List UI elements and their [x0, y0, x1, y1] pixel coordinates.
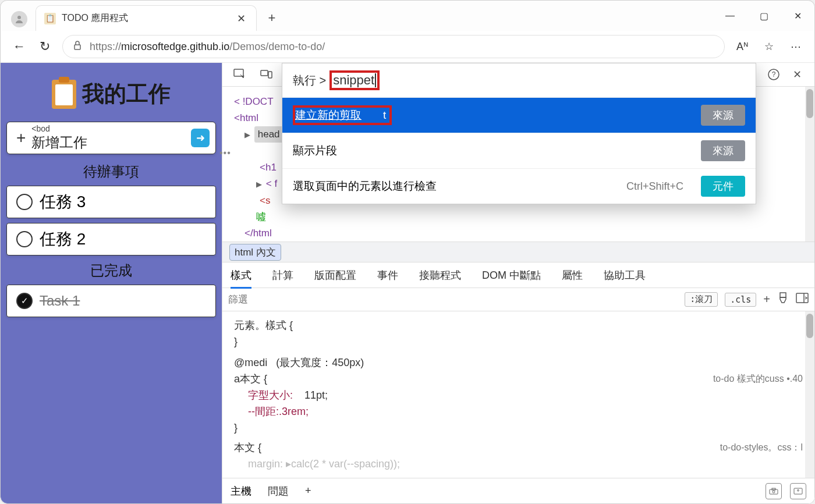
browser-tab[interactable]: TODO 應用程式 ✕ [36, 5, 257, 31]
window-close-button[interactable]: ✕ [781, 4, 814, 27]
help-icon[interactable]: ? [763, 64, 784, 85]
tab-event[interactable]: 事件 [377, 268, 398, 282]
css-source-link[interactable]: to-do 樣式的cuss •.40 [713, 371, 803, 387]
favorite-button[interactable]: ☆ [756, 34, 782, 59]
plus-icon: + [16, 129, 26, 147]
dom-node: <html [234, 112, 258, 123]
new-tab-button[interactable]: + [260, 6, 284, 30]
command-item[interactable]: 顯示片段 來源 [282, 133, 756, 168]
device-icon[interactable] [256, 64, 277, 85]
submit-task-button[interactable]: ➜ [191, 129, 210, 147]
window-controls: — ▢ ✕ [713, 1, 814, 31]
tab-dom-breakpoints[interactable]: DOM 中斷點 [482, 268, 541, 282]
lock-icon [72, 40, 83, 53]
computed-panel-icon[interactable] [796, 293, 809, 306]
command-item[interactable]: 選取頁面中的元素以進行檢查 Ctrl+Shift+C 元件 [282, 168, 756, 204]
dom-breadcrumb[interactable]: html 內文 [222, 242, 814, 262]
inspect-icon[interactable] [229, 64, 250, 85]
drawer-tabs: 主機 問題 + [222, 478, 814, 503]
tab-accessibility[interactable]: 協助工具 [604, 268, 646, 282]
css-scrollbar[interactable] [805, 311, 814, 478]
url-text: https://microsoftedge.github.io/Demos/de… [90, 41, 325, 53]
drawer-add-icon[interactable]: + [305, 485, 311, 497]
person-icon [11, 11, 27, 27]
back-button[interactable]: ← [6, 34, 32, 59]
minimize-button[interactable]: — [713, 4, 747, 27]
svg-text:?: ? [772, 70, 776, 79]
devtools-close-icon[interactable]: ✕ [786, 64, 807, 85]
pending-label: 待辦事項 [6, 162, 216, 181]
command-palette: 執行 > snippet 建立新的剪取 t 來源 顯示片段 來源 選取頁面中的元… [282, 63, 756, 204]
styles-filter-input[interactable] [228, 294, 685, 306]
address-bar[interactable]: https://microsoftedge.github.io/Demos/de… [62, 35, 725, 58]
dom-node: </html [245, 228, 272, 239]
drawer-screenshot-icon[interactable] [766, 483, 782, 499]
drawer-export-icon[interactable] [790, 483, 806, 499]
urlbar-actions: Aᴺ ☆ ⋯ [729, 34, 809, 59]
query-highlight: snippet [329, 70, 380, 90]
drawer-tab-console[interactable]: 主機 [231, 484, 251, 498]
dom-doctype: < !DOCT [234, 96, 274, 107]
content: 我的工作 + <bod 新增工作 ➜ 待辦事項 任務 3 任務 2 已完成 Ta… [1, 63, 814, 503]
svg-rect-2 [234, 69, 243, 76]
todo-header: 我的工作 [6, 69, 216, 122]
styles-filter-row: :滾刀 .cls + [222, 288, 814, 311]
task-label: 任務 2 [40, 228, 86, 250]
maximize-button[interactable]: ▢ [747, 4, 781, 27]
svg-rect-1 [75, 45, 80, 49]
tri-icon[interactable]: ▶ [245, 130, 250, 139]
command-badge: 元件 [701, 176, 745, 197]
styles-tabs: 樣式 計算 版面配置 事件 接聽程式 DOM 中斷點 屬性 協助工具 [222, 262, 814, 288]
titlebar: TODO 應用程式 ✕ + — ▢ ✕ [1, 1, 814, 31]
dom-head[interactable]: head [254, 126, 284, 143]
drawer-tab-issues[interactable]: 問題 [268, 484, 289, 498]
css-pane[interactable]: 元素。樣式 { } @medi (最大寬度：450px) a本文 { to-do… [222, 311, 814, 478]
task-checkbox[interactable] [16, 293, 33, 309]
tab-title: TODO 應用程式 [62, 12, 232, 24]
dom-node: <h1 [260, 162, 277, 173]
svg-point-0 [17, 16, 21, 19]
task-item[interactable]: Task 1 [6, 285, 216, 317]
more-button[interactable]: ⋯ [783, 34, 809, 59]
done-label: 已完成 [6, 261, 216, 280]
profile-button[interactable] [8, 8, 31, 31]
dom-ellipsis-icon[interactable]: ••• [219, 145, 231, 161]
svg-point-14 [773, 491, 775, 493]
task-item[interactable]: 任務 3 [6, 186, 216, 218]
dom-scrollbar[interactable] [805, 87, 814, 242]
cls-toggle[interactable]: .cls [725, 293, 756, 307]
command-query: snippet [333, 73, 374, 88]
task-checkbox[interactable] [16, 231, 33, 247]
command-item[interactable]: 建立新的剪取 t 來源 [282, 97, 756, 133]
command-badge: 來源 [701, 140, 745, 161]
task-checkbox[interactable] [16, 194, 33, 210]
task-label: Task 1 [40, 293, 80, 309]
text-cursor [375, 73, 376, 87]
clipboard-icon [44, 13, 56, 24]
tab-close-button[interactable]: ✕ [232, 9, 250, 28]
css-source-link[interactable]: to-do-styles。css：l [720, 439, 803, 456]
tab-properties[interactable]: 屬性 [562, 268, 583, 282]
add-task-label: 新增工作 [31, 133, 191, 152]
todo-title: 我的工作 [82, 79, 171, 109]
tab-computed[interactable]: 計算 [272, 268, 293, 282]
todo-app: 我的工作 + <bod 新增工作 ➜ 待辦事項 任務 3 任務 2 已完成 Ta… [1, 63, 222, 503]
tab-listeners[interactable]: 接聽程式 [419, 268, 461, 282]
task-item[interactable]: 任務 2 [6, 223, 216, 255]
tri-icon[interactable]: ▶ [256, 180, 262, 189]
command-shortcut: Ctrl+Shift+C [626, 180, 683, 193]
dom-comment: 噓 [234, 209, 814, 225]
read-aloud-button[interactable]: Aᴺ [729, 34, 755, 59]
hov-toggle[interactable]: :滾刀 [685, 292, 718, 307]
brush-icon[interactable] [777, 292, 789, 307]
refresh-button[interactable]: ↻ [32, 34, 58, 59]
svg-rect-10 [780, 293, 786, 297]
add-task-input[interactable]: + <bod 新增工作 ➜ [6, 122, 216, 154]
new-rule-icon[interactable]: + [763, 293, 770, 306]
bod-overlay-text: <bod [31, 124, 191, 133]
tab-layout[interactable]: 版面配置 [314, 268, 356, 282]
command-prompt: 執行 > [293, 73, 326, 88]
tab-styles[interactable]: 樣式 [231, 268, 251, 289]
command-input-row[interactable]: 執行 > snippet [282, 63, 756, 97]
dom-node: < f [266, 178, 277, 189]
